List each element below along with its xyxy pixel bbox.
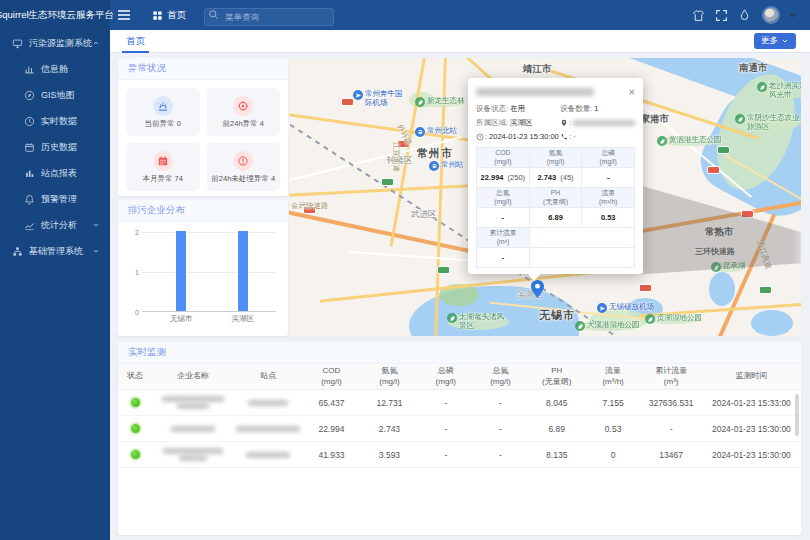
map-transport-poi: 常州北站 — [415, 127, 457, 137]
cell-总氮: - — [473, 422, 528, 436]
map-park-poi: 常阴沙生态农业旅游区 — [735, 114, 801, 131]
popup-table-empty — [582, 228, 634, 248]
close-icon[interactable]: × — [629, 87, 635, 97]
bar-无锡市 — [176, 231, 186, 311]
poi-label: 常州奔牛国际机场 — [365, 90, 407, 107]
flame-icon[interactable] — [738, 9, 751, 22]
stat-card[interactable]: 前24h未处理异常 4 — [207, 143, 281, 191]
sidebar-item-label: 预警管理 — [41, 193, 77, 206]
status-indicator — [118, 422, 152, 435]
popup-field: :· — [560, 131, 635, 142]
table-row[interactable]: 41.9333.593--8.1350134672024-01-23 15:30… — [118, 442, 801, 468]
popup-table-header: COD(mg/l) — [477, 148, 530, 168]
stat-card-label: 前24h未处理异常 4 — [211, 174, 275, 184]
navbar-home-link[interactable]: 首页 — [152, 9, 186, 22]
table-row[interactable]: 65.43712.731--8.0457.155327636.5312024-0… — [118, 390, 801, 416]
map-park-poi: 新龙生态林 — [415, 97, 465, 107]
cell-累计流量: - — [640, 422, 701, 436]
calendar-red-icon — [153, 151, 173, 171]
sidebar-item-label: 统计分析 — [41, 219, 77, 232]
map-transport-poi: 无锡硕放机场 — [597, 303, 654, 313]
popup-table-value: 6.89 — [530, 208, 583, 228]
sidebar-item-基础管理系统[interactable]: 基础管理系统 — [0, 238, 110, 264]
popup-readings-table: COD(mg/l)氨氮(mg/l)总磷(mg/l)22.994 (250)2.7… — [476, 147, 635, 268]
map-road-shield — [639, 284, 652, 292]
report-icon — [24, 168, 35, 179]
status-indicator — [118, 448, 152, 461]
stat-card-label: 当前异常 0 — [145, 119, 181, 129]
dashboard-icon — [24, 64, 35, 75]
enterprise-distribution-panel: 排污企业分布 012无锡市滨湖区 — [118, 200, 288, 336]
popup-field-label: : — [569, 132, 571, 141]
table-scrollbar[interactable] — [795, 394, 799, 436]
poi-label: 无锡硕放机场 — [609, 303, 654, 312]
column-header-企业名称: 企业名称 — [152, 369, 234, 383]
map-park-poi: 大溪港湿地公园 — [575, 321, 640, 331]
more-button[interactable]: 更多 — [754, 33, 796, 49]
app-window: Squirrel生态环境云服务平台 首页 污染源监测系统信息舱GIS地图实时数据… — [0, 0, 810, 540]
sidebar-item-label: 历史数据 — [41, 141, 77, 154]
popup-table-header: PH(无量纲) — [530, 188, 583, 208]
column-header-监测时间: 监测时间 — [702, 369, 801, 383]
sidebar-item-label: 实时数据 — [41, 115, 77, 128]
map-marker-pin[interactable] — [531, 280, 544, 302]
cell-总氮: - — [473, 448, 528, 462]
popup-arrow — [527, 273, 541, 281]
column-header-总氮: 总氮(mg/l) — [473, 364, 528, 389]
cell-监测时间: 2024-01-23 15:33:00 — [702, 396, 801, 410]
chevron-up-icon — [92, 39, 100, 47]
popup-table-header: 累计流量(m³) — [477, 228, 530, 248]
plane-icon — [597, 303, 607, 313]
stat-card[interactable]: 前24h异常 4 — [207, 88, 281, 136]
fullscreen-icon[interactable] — [715, 9, 728, 22]
popup-table-empty — [530, 228, 582, 248]
popup-table-value: 2.743 (45) — [530, 168, 583, 188]
navbar-right-icons — [687, 6, 810, 24]
popup-field-label: 设备数量: — [560, 104, 592, 114]
popup-table-header: 总氮(mg/l) — [477, 188, 530, 208]
hamburger-icon[interactable] — [116, 7, 132, 23]
chevron-down-icon[interactable] — [788, 11, 797, 20]
poi-label: 老沙洲滨江风光带 — [769, 82, 801, 99]
company-name-redacted — [152, 422, 234, 435]
popup-table-value: - — [477, 208, 530, 228]
gis-map[interactable]: 靖江市南通市常州市钟楼区武进区滨湖区无锡市常熟市张家港市金武快速路外环路江宜高速… — [289, 58, 801, 336]
leaf-icon — [657, 136, 667, 146]
sidebar-item-统计分析[interactable]: 统计分析 — [0, 212, 110, 238]
column-header-COD: COD(mg/l) — [302, 364, 360, 389]
leaf-icon — [735, 114, 745, 124]
stat-card[interactable]: 当前异常 0 — [126, 88, 200, 136]
search-input[interactable] — [204, 8, 334, 26]
map-park-poi: 贡湖湿地公园 — [645, 314, 702, 324]
map-district-label: 武进区 — [411, 209, 437, 221]
navbar-home-label: 首页 — [167, 9, 186, 22]
map-park-poi: 黄泗港生态公园 — [657, 136, 722, 146]
avatar[interactable] — [762, 6, 780, 24]
table-row[interactable]: 22.9942.743--6.890.53-2024-01-23 15:30:0… — [118, 416, 801, 442]
sidebar-item-站点报表[interactable]: 站点报表 — [0, 160, 110, 186]
sidebar-item-实时数据[interactable]: 实时数据 — [0, 108, 110, 134]
sidebar-item-信息舱[interactable]: 信息舱 — [0, 56, 110, 82]
popup-field: 所属区域:滨湖区 — [476, 117, 560, 128]
popup-field-value: · — [573, 132, 576, 141]
stat-card-label: 本月异常 74 — [143, 174, 183, 184]
tab-home[interactable]: 首页 — [122, 30, 149, 53]
map-city-label: 常州市 — [417, 146, 453, 161]
column-header-累计流量: 累计流量(m³) — [640, 364, 701, 389]
sidebar-item-污染源监测系统[interactable]: 污染源监测系统 — [0, 30, 110, 56]
sidebar-item-预警管理[interactable]: 预警管理 — [0, 186, 110, 212]
popup-table-empty — [530, 248, 582, 268]
plane-icon — [353, 90, 363, 100]
theme-shirt-icon[interactable] — [692, 9, 705, 22]
map-transport-poi: 常州站 — [429, 161, 464, 171]
clock-icon — [476, 133, 484, 141]
x-axis-label: 无锡市 — [170, 314, 193, 324]
stat-card[interactable]: 本月异常 74 — [126, 143, 200, 191]
sidebar-item-历史数据[interactable]: 历史数据 — [0, 134, 110, 160]
popup-title-redacted — [476, 88, 594, 96]
popup-field-label: 设备状态: — [476, 104, 508, 114]
popup-field-value: 1 — [594, 104, 598, 113]
trend-icon — [24, 220, 35, 231]
monitor-icon — [12, 38, 23, 49]
sidebar-item-GIS地图[interactable]: GIS地图 — [0, 82, 110, 108]
